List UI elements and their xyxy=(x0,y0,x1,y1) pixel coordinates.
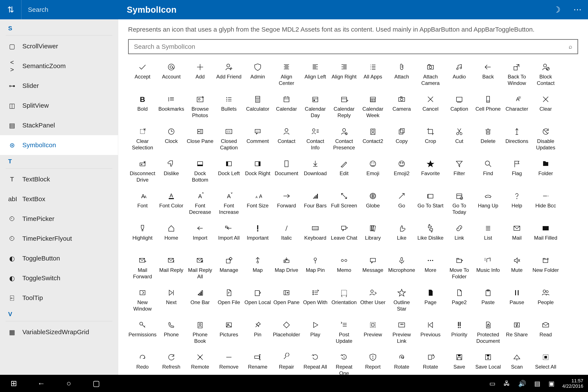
sidebar-item-symbolicon[interactable]: ⊛SymbolIcon xyxy=(0,135,118,155)
symbol-cut[interactable]: Cut xyxy=(445,123,474,156)
symbol-disconnect-drive[interactable]: Disconnect Drive xyxy=(128,156,157,188)
symbol-message[interactable]: Message xyxy=(358,252,387,284)
section-s[interactable]: S xyxy=(0,22,118,35)
symbol-clear-selection[interactable]: Clear Selection xyxy=(128,123,157,156)
symbol-open-local[interactable]: Open Local xyxy=(243,284,272,317)
symbol-placeholder[interactable]: Placeholder xyxy=(272,317,301,349)
symbol-like[interactable]: Like xyxy=(387,220,416,252)
symbol-repeat-all[interactable]: Repeat All xyxy=(301,349,330,375)
symbol-contact[interactable]: Contact xyxy=(272,123,301,156)
sidebar-item-textbox[interactable]: abITextBox xyxy=(0,189,118,209)
symbol-flag[interactable]: Flag xyxy=(502,156,531,188)
symbol-find[interactable]: Find xyxy=(474,156,502,188)
symbol-back-to-window[interactable]: Back To Window xyxy=(502,59,531,91)
symbol-full-screen[interactable]: Full Screen xyxy=(330,188,358,220)
symbol-mail-filled[interactable]: Mail Filled xyxy=(531,220,560,252)
symbol-select-all[interactable]: Select All xyxy=(531,349,560,375)
symbol-crop[interactable]: Crop xyxy=(416,123,445,156)
symbol-other-user[interactable]: Other User xyxy=(358,284,387,317)
symbol-contact-presence[interactable]: Contact Presence xyxy=(330,123,358,156)
symbol-save-local[interactable]: Save Local xyxy=(474,349,502,375)
symbol-refresh[interactable]: Refresh xyxy=(157,349,186,375)
symbol-forward[interactable]: Forward xyxy=(272,188,301,220)
symbol-dock-right[interactable]: Dock Right xyxy=(243,156,272,188)
symbol-italic[interactable]: Italic xyxy=(272,220,301,252)
sidebar-item-toggleswitch[interactable]: ◐ToggleSwitch xyxy=(0,268,118,288)
symbol-paste[interactable]: Paste xyxy=(474,284,502,317)
section-v[interactable]: V xyxy=(0,308,118,321)
symbol-new-folder[interactable]: New Folder xyxy=(531,252,560,284)
symbol-audio[interactable]: Audio xyxy=(445,59,474,91)
sidebar-item-timepicker[interactable]: ⏲TimePicker xyxy=(0,209,118,229)
symbol-protected-document[interactable]: Protected Document xyxy=(474,317,502,349)
sort-icon[interactable]: ⇅ xyxy=(0,0,22,19)
symbol-edit[interactable]: Edit xyxy=(330,156,358,188)
start-button[interactable]: ⊞ xyxy=(0,375,28,392)
symbol-contact2[interactable]: Contact2 xyxy=(358,123,387,156)
symbol-open-pane[interactable]: Open Pane xyxy=(272,284,301,317)
symbol-phone[interactable]: Phone xyxy=(157,317,186,349)
symbol-clear[interactable]: Clear xyxy=(531,91,560,123)
taskview-button[interactable]: ▢ xyxy=(82,375,110,392)
sidebar-item-scrollviewer[interactable]: ▢ScrollViewer xyxy=(0,36,118,56)
symbol-page[interactable]: Page xyxy=(416,284,445,317)
sidebar-item-variablesizedwrapgrid[interactable]: ▦VariableSizedWrapGrid xyxy=(0,322,118,342)
symbol-map-drive[interactable]: Map Drive xyxy=(272,252,301,284)
symbol-add[interactable]: Add xyxy=(186,59,214,91)
symbol-accept[interactable]: Accept xyxy=(128,59,157,91)
symbol-important[interactable]: Important xyxy=(243,220,272,252)
symbol-search[interactable]: ⌕ xyxy=(128,39,578,54)
symbol-hang-up[interactable]: Hang Up xyxy=(474,188,502,220)
symbol-next[interactable]: Next xyxy=(157,284,186,317)
notifications-icon[interactable]: ▤ xyxy=(534,380,540,387)
symbol-priority[interactable]: Priority xyxy=(445,317,474,349)
symbol-leave-chat[interactable]: Leave Chat xyxy=(330,220,358,252)
symbol-re-share[interactable]: Re Share xyxy=(502,317,531,349)
symbol-add-friend[interactable]: Add Friend xyxy=(214,59,243,91)
symbol-remote[interactable]: Remote xyxy=(186,349,214,375)
symbol-rename[interactable]: Rename xyxy=(243,349,272,375)
symbol-download[interactable]: Download xyxy=(301,156,330,188)
symbol-more[interactable]: More xyxy=(416,252,445,284)
sidebar-item-slider[interactable]: ⊶Slider xyxy=(0,76,118,96)
section-t[interactable]: T xyxy=(0,155,118,168)
tablet-mode-icon[interactable]: ▭ xyxy=(489,380,495,387)
network-icon[interactable]: 🖧 xyxy=(504,380,510,387)
symbol-contact-info[interactable]: Contact Info xyxy=(301,123,330,156)
symbol-preview-link[interactable]: Preview Link xyxy=(387,317,416,349)
search-icon[interactable]: ⌕ xyxy=(569,43,572,50)
symbol-align-center[interactable]: Align Center xyxy=(272,59,301,91)
symbol-admin[interactable]: Admin xyxy=(243,59,272,91)
symbol-clock[interactable]: Clock xyxy=(157,123,186,156)
symbol-pin[interactable]: Pin xyxy=(243,317,272,349)
symbol-memo[interactable]: Memo xyxy=(330,252,358,284)
symbol-mute[interactable]: Mute xyxy=(502,252,531,284)
symbol-pictures[interactable]: Pictures xyxy=(214,317,243,349)
symbol-cancel[interactable]: Cancel xyxy=(416,91,445,123)
symbol-bold[interactable]: BBold xyxy=(128,91,157,123)
symbol-orientation[interactable]: Orientation xyxy=(330,284,358,317)
sidebar-item-togglebutton[interactable]: ◐ToggleButton xyxy=(0,248,118,268)
symbol-new-window[interactable]: New Window xyxy=(128,284,157,317)
symbol-highlight[interactable]: Highlight xyxy=(128,220,157,252)
sidebar-item-semanticzoom[interactable]: < >SemanticZoom xyxy=(0,56,118,76)
symbol-music-info[interactable]: Music Info xyxy=(474,252,502,284)
symbol-play[interactable]: Play xyxy=(301,317,330,349)
symbol-scan[interactable]: Scan xyxy=(502,349,531,375)
symbol-import[interactable]: Import xyxy=(186,220,214,252)
sidebar-item-stackpanel[interactable]: ▤StackPanel xyxy=(0,116,118,135)
symbol-import-all[interactable]: Import All xyxy=(214,220,243,252)
symbol-font-decrease[interactable]: AFont Decrease xyxy=(186,188,214,220)
symbol-open-with[interactable]: Open With xyxy=(301,284,330,317)
symbol-save[interactable]: Save xyxy=(445,349,474,375)
symbol-read[interactable]: Read xyxy=(531,317,560,349)
symbol-browse-photos[interactable]: Browse Photos xyxy=(186,91,214,123)
symbol-phone-book[interactable]: Phone Book xyxy=(186,317,214,349)
symbol-outline-star[interactable]: Outline Star xyxy=(387,284,416,317)
symbol-all-apps[interactable]: All Apps xyxy=(358,59,387,91)
cortana-button[interactable]: ○ xyxy=(55,375,82,392)
symbol-permissions[interactable]: Permissions xyxy=(128,317,157,349)
symbol-mail[interactable]: Mail xyxy=(502,220,531,252)
symbol-disable-updates[interactable]: Disable Updates xyxy=(531,123,560,156)
symbol-map-pin[interactable]: Map Pin xyxy=(301,252,330,284)
